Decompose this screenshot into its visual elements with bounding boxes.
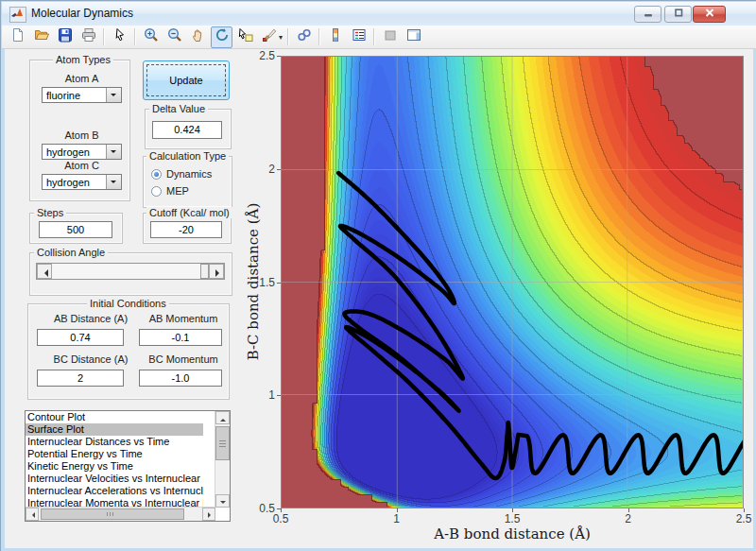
print-button[interactable]	[77, 26, 99, 48]
list-item[interactable]: Potential Energy vs Time	[26, 448, 203, 460]
toolbar-separator	[287, 28, 289, 45]
scroll-up-icon[interactable]	[215, 411, 230, 424]
cursor-arrow-button[interactable]	[109, 26, 130, 48]
cutoff-field[interactable]: -20	[150, 221, 222, 238]
vertical-scrollbar[interactable]	[215, 411, 230, 508]
slider-left-arrow-icon[interactable]	[37, 264, 52, 279]
brush-dropdown-icon[interactable]: ▾	[279, 33, 283, 42]
pan-hand-button[interactable]	[187, 26, 209, 48]
y-tick-mark	[277, 56, 281, 57]
initial-conditions-title: Initial Conditions	[87, 298, 169, 309]
dynamics-radio[interactable]	[151, 169, 162, 180]
mep-radio-label: MEP	[166, 185, 189, 197]
scroll-left-icon[interactable]	[26, 508, 39, 521]
ab-distance-field[interactable]: 0.74	[37, 329, 124, 346]
list-item[interactable]: Internuclear Velocities vs Internuclear …	[26, 473, 203, 485]
steps-title: Steps	[34, 207, 66, 218]
list-item[interactable]: Surface Plot	[26, 423, 203, 436]
vertical-scroll-thumb[interactable]	[215, 426, 230, 460]
y-tick-mark	[277, 508, 281, 509]
ab-momentum-field[interactable]: -0.1	[139, 329, 222, 346]
update-button[interactable]: Update	[143, 60, 230, 100]
x-tick-label: 0.5	[273, 512, 289, 525]
steps-field[interactable]: 500	[39, 221, 112, 238]
toolbar-separator	[373, 28, 375, 45]
plottools-off-icon	[383, 27, 398, 46]
insert-colorbar-button[interactable]	[324, 26, 346, 48]
list-item[interactable]: Internuclear Distances vs Time	[26, 436, 203, 448]
calculation-type-panel: Calculation Type	[143, 156, 232, 208]
open-file-icon	[34, 27, 49, 46]
bc-momentum-field[interactable]: -1.0	[139, 370, 222, 387]
list-item[interactable]: Kinetic Energy vs Time	[26, 460, 203, 473]
plottools-on-button[interactable]	[403, 26, 424, 48]
insert-colorbar-icon	[328, 27, 343, 46]
app-window: Molecular Dynamics ▾ Atom Types Atom A f…	[0, 0, 756, 551]
slider-right-arrow-icon[interactable]	[209, 264, 224, 279]
zoom-out-button[interactable]	[163, 26, 185, 48]
matlab-app-icon	[9, 7, 26, 23]
brush-icon	[262, 27, 277, 46]
scroll-right-icon[interactable]	[202, 508, 215, 521]
dynamics-radio-label: Dynamics	[166, 168, 212, 180]
atom-c-value: hydrogen	[46, 176, 90, 189]
insert-legend-icon	[352, 27, 367, 46]
new-document-button[interactable]	[7, 26, 28, 48]
x-axis-label: A-B bond distance (Å)	[434, 525, 591, 542]
save-button[interactable]	[54, 26, 76, 48]
y-tick-label: 2.5	[252, 49, 275, 62]
plottools-off-button[interactable]	[379, 26, 401, 48]
delta-value-field[interactable]: 0.424	[152, 121, 222, 139]
mep-radio[interactable]	[151, 186, 162, 197]
atom-c-select[interactable]: hydrogen	[42, 174, 122, 190]
chevron-down-icon[interactable]	[106, 175, 121, 189]
window-title: Molecular Dynamics	[31, 7, 133, 20]
y-tick-mark	[277, 169, 281, 170]
atom-a-select[interactable]: fluorine	[42, 87, 122, 103]
listbox-rows: Contour PlotSurface PlotInternuclear Dis…	[26, 411, 230, 509]
toolbar-separator	[318, 28, 320, 45]
minimize-button[interactable]	[634, 6, 662, 23]
collision-angle-title: Collision Angle	[34, 247, 108, 258]
atom-a-value: fluorine	[46, 89, 80, 102]
save-icon	[58, 27, 73, 46]
zoom-in-button[interactable]	[140, 26, 162, 48]
x-tick-label: 1	[393, 512, 400, 525]
delta-value-title: Delta Value	[149, 103, 208, 114]
bc-distance-field[interactable]: 2	[37, 370, 124, 387]
rotate-3d-button[interactable]	[211, 26, 232, 48]
pan-hand-icon	[191, 27, 206, 46]
scroll-down-icon[interactable]	[215, 494, 230, 508]
chevron-down-icon[interactable]	[106, 145, 121, 159]
x-tick-mark	[512, 508, 513, 512]
pes-contour-plot[interactable]	[282, 57, 743, 508]
titlebar[interactable]: Molecular Dynamics	[2, 2, 756, 26]
horizontal-scroll-thumb[interactable]	[41, 508, 184, 520]
plot-type-listbox[interactable]: Contour PlotSurface PlotInternuclear Dis…	[25, 410, 231, 522]
x-tick-label: 2.5	[736, 512, 752, 525]
cutoff-title: Cutoff (Kcal/ mol)	[146, 207, 232, 218]
atom-b-value: hydrogen	[46, 146, 90, 159]
list-item[interactable]: Internuclear Accelerations vs Internucle…	[26, 485, 203, 497]
link-plots-icon	[297, 27, 312, 46]
y-tick-mark	[277, 283, 281, 284]
ab-momentum-label: AB Momentum	[143, 313, 224, 324]
close-button[interactable]	[693, 6, 726, 23]
brush-button[interactable]	[258, 26, 280, 48]
open-file-button[interactable]	[30, 26, 52, 48]
link-plots-button[interactable]	[293, 26, 315, 48]
atom-b-select[interactable]: hydrogen	[42, 144, 122, 160]
horizontal-scrollbar[interactable]	[26, 507, 215, 521]
x-tick-label: 2	[625, 512, 631, 525]
pes-plot-area[interactable]	[281, 56, 744, 508]
chevron-down-icon[interactable]	[106, 88, 121, 102]
insert-legend-button[interactable]	[348, 26, 369, 48]
maximize-button[interactable]	[664, 6, 692, 23]
collision-angle-slider[interactable]	[36, 263, 225, 280]
bc-momentum-label: BC Momentum	[143, 353, 224, 365]
data-cursor-button[interactable]	[234, 26, 256, 48]
new-document-icon	[10, 27, 26, 46]
calculation-type-title: Calculation Type	[146, 150, 229, 162]
slider-thumb[interactable]	[200, 264, 209, 279]
list-item[interactable]: Contour Plot	[26, 411, 203, 423]
